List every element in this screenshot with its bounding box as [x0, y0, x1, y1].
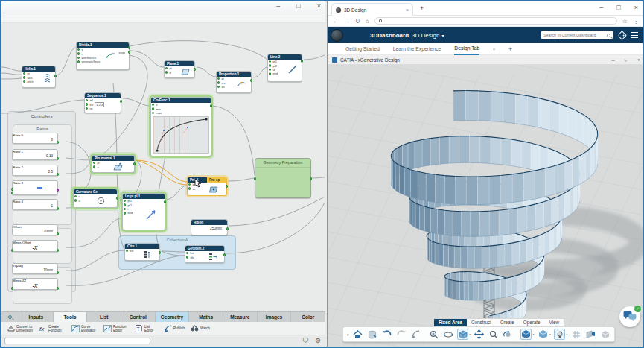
- section-construct[interactable]: Construct: [467, 319, 496, 326]
- section-view[interactable]: View: [545, 319, 564, 326]
- output-port[interactable]: [57, 249, 60, 252]
- tab-tools[interactable]: Tools: [54, 312, 88, 322]
- input-port[interactable]: [86, 99, 88, 101]
- slider-ratio-3[interactable]: Ratio 3: [12, 180, 58, 195]
- input-port[interactable]: [217, 77, 220, 80]
- node-plane[interactable]: Plane.1 pt d: [164, 60, 195, 78]
- ambience-light-icon[interactable]: [554, 329, 565, 340]
- reload-icon[interactable]: ↻: [355, 18, 360, 25]
- input-port[interactable]: [77, 48, 80, 51]
- list-value[interactable]: 1 2 3: [95, 102, 104, 107]
- output-port[interactable]: [223, 253, 226, 256]
- output-port[interactable]: [226, 227, 229, 230]
- node-pnt[interactable]: Pnt.1 Pnt op pt dir: [187, 177, 227, 196]
- input-port[interactable]: [126, 250, 128, 252]
- zoom-area-icon[interactable]: [428, 329, 439, 340]
- redo-icon[interactable]: [396, 329, 407, 340]
- palette-search-tab[interactable]: [1, 312, 19, 322]
- iso-view-icon[interactable]: [457, 329, 468, 340]
- dropdown-dot-icon[interactable]: ▪: [533, 332, 534, 336]
- tab-measure[interactable]: Measure: [223, 312, 258, 322]
- tab-design-tab[interactable]: Design Tab: [454, 42, 479, 55]
- curve-evaluator-button[interactable]: Curve Evaluator: [71, 325, 97, 332]
- output-port[interactable]: [310, 177, 313, 180]
- output-port[interactable]: [120, 100, 123, 103]
- node-sequence[interactable]: Sequence.1 inf list 1 2 3 ns: [84, 92, 121, 113]
- function-curve-editor[interactable]: [153, 116, 209, 154]
- node-divide[interactable]: Divide.1 c n withSource generateSegs seg…: [76, 42, 130, 70]
- capture-icon[interactable]: [585, 329, 596, 340]
- output-port[interactable]: [57, 232, 60, 235]
- browser-menu-icon[interactable]: ⋮: [633, 18, 639, 25]
- output-port[interactable]: [210, 104, 213, 107]
- home-icon[interactable]: ⌂: [366, 18, 369, 25]
- widget-expand-icon[interactable]: ⇔: [622, 56, 630, 63]
- output-port[interactable]: [116, 197, 119, 200]
- tab-learn-the-experience[interactable]: Learn the Experience: [393, 43, 441, 54]
- node-curvature-center[interactable]: Curvature Ce c u: [73, 189, 118, 208]
- dropdown-dot-icon[interactable]: ▪: [567, 332, 567, 336]
- widget-minimize-icon[interactable]: –: [612, 57, 615, 63]
- chat-fab[interactable]: ✓: [619, 306, 640, 327]
- minimize-button[interactable]: –: [599, 4, 603, 11]
- input-port[interactable]: [217, 86, 220, 88]
- input-port[interactable]: [186, 256, 188, 258]
- close-button[interactable]: ×: [634, 4, 638, 11]
- tag-icon[interactable]: [617, 31, 627, 40]
- undo-icon[interactable]: [381, 329, 392, 340]
- ribon-value[interactable]: 250mm: [191, 225, 227, 230]
- dropdown-dot-icon[interactable]: ▪: [470, 332, 471, 336]
- input-port[interactable]: [269, 60, 271, 63]
- input-port[interactable]: [217, 81, 220, 83]
- output-port[interactable]: [57, 287, 60, 290]
- viewport-3d[interactable]: Fixed Area Construct Create Operate View…: [328, 65, 644, 347]
- node-geometry-preparation[interactable]: Geometry Preparation: [255, 158, 311, 198]
- tab-inputs[interactable]: Inputs: [19, 312, 54, 322]
- node-ribon[interactable]: Ribon 250mm: [191, 219, 228, 235]
- input-port[interactable]: [269, 64, 271, 66]
- node-ln-pt-pl[interactable]: Ln pt pl.1 pt1 pt2 t end: [122, 193, 165, 230]
- node-proportion[interactable]: Proportion.1 pt crv dir: [216, 71, 252, 93]
- url-field[interactable]: [374, 17, 617, 25]
- back-icon[interactable]: ←: [333, 18, 339, 25]
- input-port[interactable]: [152, 107, 154, 110]
- browser-tab[interactable]: 3D Design ×: [331, 3, 413, 16]
- input-port[interactable]: [152, 104, 154, 106]
- output-port[interactable]: [133, 162, 136, 165]
- minimize-button[interactable]: –: [276, 2, 280, 10]
- output-port[interactable]: [54, 75, 57, 77]
- compass-logo-icon[interactable]: [331, 29, 343, 42]
- pan-icon[interactable]: [474, 329, 485, 340]
- list-editor-button[interactable]: T List Editor: [136, 325, 158, 332]
- watch-button[interactable]: Watch: [191, 325, 210, 332]
- input-port[interactable]: [74, 195, 77, 197]
- input-port[interactable]: [77, 52, 80, 54]
- collapse-chevron-icon[interactable]: ▾: [347, 332, 349, 337]
- input-port[interactable]: [124, 212, 126, 214]
- mini-slider-handle[interactable]: [37, 187, 42, 189]
- maximize-button[interactable]: □: [616, 4, 620, 11]
- input-port[interactable]: [77, 60, 80, 63]
- input-port[interactable]: [93, 162, 95, 164]
- input-port[interactable]: [23, 72, 25, 75]
- slider-ratio-2[interactable]: Ratio 2 0.5: [12, 165, 58, 176]
- output-port[interactable]: [250, 79, 253, 82]
- node-line2[interactable]: Line.2 pt1 pt2 ut end: [267, 54, 302, 82]
- slider-zigzag[interactable]: ZigZag 10mm: [12, 263, 58, 274]
- input-port[interactable]: [74, 199, 77, 201]
- input-port[interactable]: [165, 71, 168, 73]
- output-port[interactable]: [128, 46, 131, 49]
- input-port[interactable]: [269, 72, 271, 75]
- new-tab-button[interactable]: +: [420, 4, 424, 12]
- input-port[interactable]: [124, 203, 126, 206]
- hamburger-menu-icon[interactable]: [631, 32, 638, 38]
- input-port[interactable]: [11, 188, 14, 191]
- input-port[interactable]: [269, 69, 271, 71]
- node-crvfunc[interactable]: CrvFunc.1 x min max: [150, 97, 211, 156]
- widget-chevron-icon[interactable]: ▾: [637, 57, 640, 62]
- node-pln-normal[interactable]: Pln normal.1 pl u: [92, 155, 135, 173]
- section-operate[interactable]: Operate: [519, 319, 545, 326]
- node-cttn[interactable]: Cttn.1 list: [124, 243, 160, 261]
- input-port[interactable]: [11, 249, 14, 252]
- zoom-icon[interactable]: [488, 329, 500, 340]
